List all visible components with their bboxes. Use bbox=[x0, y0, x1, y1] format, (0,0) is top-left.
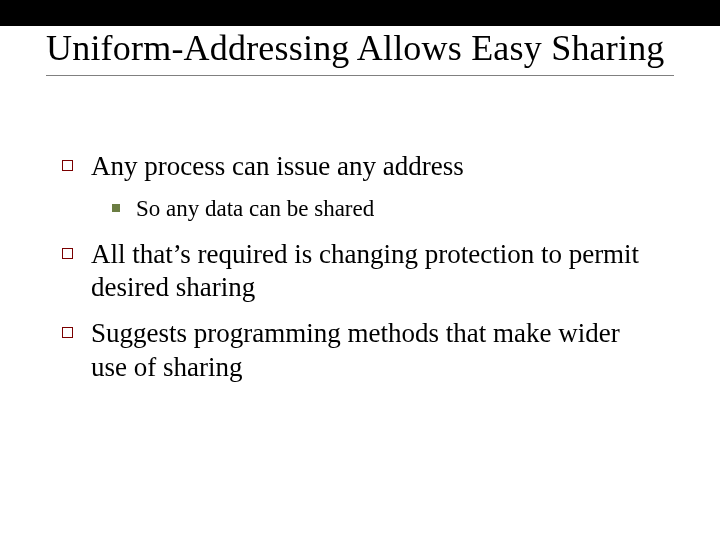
bullet-item: Suggests programming methods that make w… bbox=[62, 317, 662, 385]
bullet-item: All that’s required is changing protecti… bbox=[62, 238, 662, 306]
top-bar bbox=[0, 0, 720, 26]
title-block: Uniform-Addressing Allows Easy Sharing bbox=[46, 28, 674, 76]
title-underline bbox=[46, 75, 674, 76]
hollow-square-icon bbox=[62, 327, 73, 338]
slide: Uniform-Addressing Allows Easy Sharing A… bbox=[0, 0, 720, 540]
bullet-text: All that’s required is changing protecti… bbox=[91, 238, 662, 306]
slide-title: Uniform-Addressing Allows Easy Sharing bbox=[46, 28, 674, 69]
sub-bullet-text: So any data can be shared bbox=[136, 194, 374, 224]
body-content: Any process can issue any address So any… bbox=[62, 150, 662, 397]
filled-square-icon bbox=[112, 204, 120, 212]
bullet-text: Any process can issue any address bbox=[91, 150, 464, 184]
sub-bullet-item: So any data can be shared bbox=[112, 194, 662, 224]
bullet-text: Suggests programming methods that make w… bbox=[91, 317, 662, 385]
hollow-square-icon bbox=[62, 160, 73, 171]
hollow-square-icon bbox=[62, 248, 73, 259]
bullet-item: Any process can issue any address So any… bbox=[62, 150, 662, 224]
